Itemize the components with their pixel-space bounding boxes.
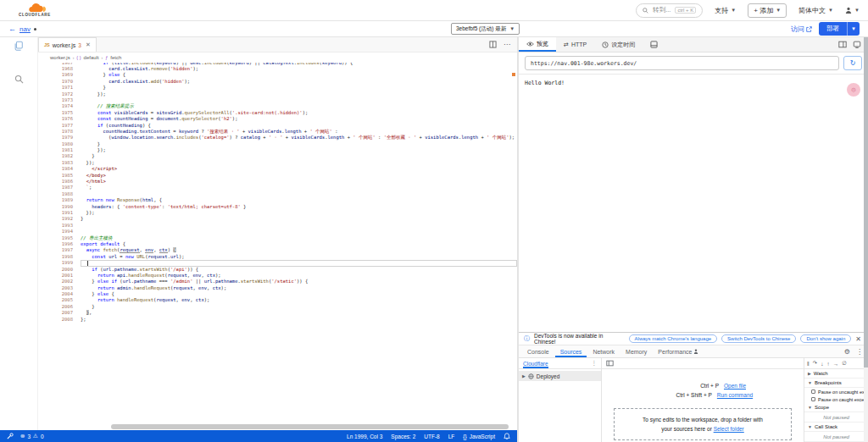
version-dropdown[interactable]: 3ebefbf5 (活动) 最新 ▼ — [451, 23, 520, 35]
remote-indicator[interactable] — [7, 433, 14, 439]
code-line[interactable]: 1995// 导出主模块 — [38, 235, 517, 241]
breadcrumb-file[interactable]: worker.js — [50, 55, 70, 60]
code-line[interactable]: 1997 async fetch(request, env, ctx) { — [38, 247, 517, 253]
device-icon[interactable] — [853, 41, 861, 48]
code-line[interactable]: 1987 `; — [38, 185, 517, 191]
code-line[interactable]: 1989 return new Response(html, { — [38, 197, 517, 203]
code-line[interactable]: 1996export default { — [38, 241, 517, 247]
code-line[interactable]: 1985 </body> — [38, 173, 517, 179]
code-line[interactable]: 1986 </html> — [38, 179, 517, 185]
url-input[interactable] — [525, 56, 839, 70]
language-mode[interactable]: {} JavaScript — [463, 434, 495, 439]
tab-console[interactable]: Console — [522, 345, 554, 357]
tab-memory[interactable]: Memory — [620, 345, 652, 357]
horizontal-scrollbar-thumb[interactable] — [111, 424, 509, 429]
eol[interactable]: LF — [448, 434, 455, 439]
pause-icon[interactable]: ‖ — [807, 361, 810, 367]
files-icon[interactable] — [14, 41, 24, 51]
navigator-more-icon[interactable]: ⋮ — [592, 360, 598, 367]
section-call-stack[interactable]: ▼ Call Stack — [804, 423, 868, 432]
pause-caught-checkbox[interactable] — [811, 397, 815, 401]
code-line[interactable]: 1999 — [38, 260, 517, 266]
workspace-dropzone[interactable]: To sync edits to the workspace, drop a f… — [614, 408, 792, 440]
code-line[interactable]: 1992} — [38, 216, 517, 222]
code-line[interactable]: 1994 — [38, 229, 517, 235]
code-line[interactable]: 1998 const url = new URL(request.url); — [38, 254, 517, 260]
match-language-button[interactable]: Always match Chrome's language — [629, 334, 718, 343]
code-line[interactable]: 1972 }); — [38, 91, 517, 97]
breadcrumb-module[interactable]: default — [84, 55, 99, 60]
switch-chinese-button[interactable]: Switch DevTools to Chinese — [721, 334, 796, 343]
global-search[interactable]: 转到... ctrl + K — [636, 3, 703, 18]
banner-close-icon[interactable]: ✕ — [855, 335, 863, 343]
devtools-settings-gear-icon[interactable]: ⚙ — [844, 348, 850, 356]
step-over-icon[interactable]: ↷ — [813, 360, 817, 367]
encoding[interactable]: UTF-8 — [424, 434, 439, 439]
dont-show-again-button[interactable]: Don't show again — [800, 334, 851, 343]
tree-item-deployed[interactable]: ▶ Deployed — [519, 371, 601, 381]
support-menu[interactable]: 支持▼ — [715, 6, 736, 15]
code-line[interactable]: 1975 const visibleCards = sitesGrid.quer… — [38, 110, 517, 116]
cloudflare-logo[interactable]: CLOUDFLARE — [19, 3, 51, 18]
code-line[interactable]: 1974 // 搜索结果提示 — [38, 103, 517, 109]
code-line[interactable]: 2004 } else { — [38, 291, 517, 297]
code-line[interactable]: 1982 } — [38, 153, 517, 159]
code-line[interactable]: 1969 } else { — [38, 72, 517, 78]
section-breakpoints[interactable]: ▼ Breakpoints — [804, 378, 868, 388]
code-line[interactable]: 2000 if (url.pathname.startsWith('/api')… — [38, 267, 517, 273]
notifications-bell-icon[interactable] — [504, 433, 510, 439]
refresh-button[interactable]: ↻ — [843, 56, 862, 70]
tab-preview[interactable]: 预览 — [519, 37, 556, 52]
select-folder-link[interactable]: Select folder — [714, 426, 744, 432]
tree-expand-icon[interactable]: ▶ — [522, 373, 526, 378]
more-actions-icon[interactable]: ⋯ — [504, 41, 510, 48]
devtools-toggle[interactable] — [643, 37, 665, 52]
code-line[interactable]: 1991 }); — [38, 210, 517, 216]
tab-sources[interactable]: Sources — [555, 345, 587, 357]
code-line[interactable]: 1971 } — [38, 85, 517, 91]
code-line[interactable]: 1990 headers: { 'content-type': 'text/ht… — [38, 204, 517, 210]
code-line[interactable]: 1980 } — [38, 141, 517, 147]
code-line[interactable]: 1988 — [38, 191, 517, 197]
run-command-link[interactable]: Run command — [717, 392, 753, 398]
tab-schedule[interactable]: 设定时间 — [594, 37, 643, 52]
page-scrollbar-thumb[interactable] — [864, 37, 868, 367]
navigator-tab-cloudflare[interactable]: Cloudflare — [523, 358, 548, 368]
language-menu[interactable]: 简体中文▼ — [798, 6, 833, 15]
visit-link[interactable]: 访问 — [791, 25, 812, 34]
problems-indicator[interactable]: ⊗3 ⚠0 — [20, 433, 44, 439]
code-line[interactable]: 2005 return handleRequest(request, env, … — [38, 297, 517, 303]
cursor-position[interactable]: Ln 1999, Col 3 — [347, 434, 382, 439]
code-line[interactable]: 2006 } — [38, 304, 517, 310]
code-line[interactable]: 1983 }); — [38, 160, 517, 166]
feedback-button[interactable]: ☺ — [847, 83, 860, 97]
code-line[interactable]: 1984 </script> — [38, 166, 517, 172]
deploy-button[interactable]: 部署 — [819, 22, 848, 36]
code-editor[interactable]: 1967 if (title.includes(keyword) || desc… — [38, 63, 517, 423]
tab-http[interactable]: ⇄ HTTP — [556, 37, 594, 52]
indentation[interactable]: Spaces: 2 — [391, 434, 415, 439]
step-into-icon[interactable]: ↓ — [821, 361, 823, 367]
worker-name-link[interactable]: nav — [19, 25, 31, 33]
pause-uncaught-checkbox[interactable] — [811, 390, 815, 394]
tab-network[interactable]: Network — [587, 345, 620, 357]
code-line[interactable]: 1976 const countHeading = document.query… — [38, 116, 517, 122]
deploy-options-button[interactable]: ▼ — [848, 22, 860, 36]
step-out-icon[interactable]: ↑ — [826, 361, 829, 367]
section-scope[interactable]: ▼ Scope — [804, 403, 868, 412]
code-line[interactable]: 1968 card.classList.remove('hidden'); — [38, 66, 517, 72]
deactivate-breakpoints-icon[interactable]: ∅ — [842, 360, 847, 367]
tab-performance[interactable]: Performance — [653, 345, 704, 357]
tab-worker-js[interactable]: JS worker.js 3 ✕ — [38, 37, 97, 52]
code-line[interactable]: 2003 return admin.handleRequest(request,… — [38, 285, 517, 291]
code-line[interactable]: 1993 — [38, 223, 517, 229]
code-line[interactable]: 1977 if (countHeading) { — [38, 123, 517, 129]
code-line[interactable]: 1973 — [38, 97, 517, 103]
code-line[interactable]: 1978 countHeading.textContent = keyword … — [38, 129, 517, 135]
code-line[interactable]: 1981 }); — [38, 147, 517, 153]
toggle-navigator-icon[interactable] — [606, 360, 614, 367]
account-menu[interactable]: ▼ — [845, 7, 860, 14]
add-menu[interactable]: + 添加▼ — [748, 3, 787, 18]
open-file-link[interactable]: Open file — [724, 383, 746, 389]
split-view-icon[interactable] — [838, 41, 847, 48]
